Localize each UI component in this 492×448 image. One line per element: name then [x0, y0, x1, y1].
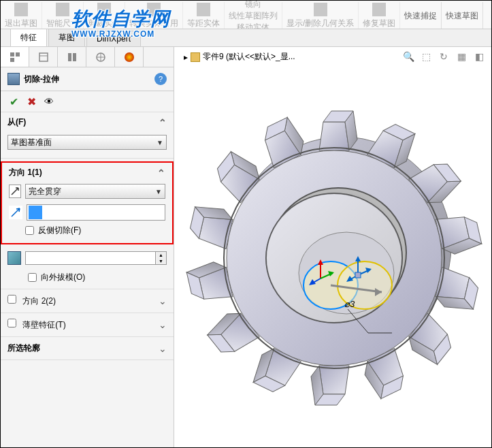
rotate-icon[interactable]: ↻	[437, 50, 450, 63]
ribbon-trim[interactable]: 剪裁实体	[84, 2, 125, 29]
cancel-button[interactable]: ✖	[25, 95, 37, 108]
draft-angle-input[interactable]: ▲▼	[25, 251, 167, 265]
expand-icon[interactable]: ▸	[184, 52, 188, 62]
chevron-up-icon: ⌃	[157, 167, 165, 178]
spin-down[interactable]: ▼	[156, 258, 166, 264]
svg-rect-6	[73, 53, 76, 61]
svg-marker-33	[365, 268, 372, 273]
reverse-direction-button[interactable]	[9, 185, 21, 198]
draft-outward-label: 向外拔模(O)	[41, 272, 85, 283]
preview-button[interactable]: 👁	[43, 95, 55, 108]
tab-feature[interactable]: 特征	[10, 29, 47, 46]
view-icon[interactable]: ▦	[455, 50, 468, 63]
command-tabs: 特征 草图 DimXpert	[1, 29, 491, 47]
panel-tab-appearance[interactable]	[115, 47, 144, 67]
panel-tab-feature-tree[interactable]	[1, 47, 29, 67]
from-header[interactable]: 从(F) ⌃	[1, 112, 174, 132]
contours-section[interactable]: 所选轮廓 ⌄	[1, 337, 174, 360]
svg-marker-27	[328, 271, 334, 276]
help-button[interactable]: ?	[154, 73, 167, 85]
ribbon-offset[interactable]: 等距实体	[183, 2, 225, 29]
confirm-row: ✔ ✖ 👁	[1, 91, 174, 112]
zoom-area-icon[interactable]: ⬚	[419, 50, 433, 63]
svg-rect-5	[68, 53, 71, 61]
display-icon[interactable]: ◧	[472, 50, 486, 63]
svg-rect-3	[39, 53, 48, 61]
ribbon-relations[interactable]: 显示/删除几何关系	[282, 2, 359, 29]
feature-title: 切除-拉伸	[24, 74, 154, 85]
panel-tab-dim[interactable]	[86, 47, 115, 67]
svg-rect-0	[10, 52, 14, 57]
selection-highlight	[29, 206, 42, 219]
ribbon: 退出草图 智能尺寸 剪裁实体 转换实体引用 等距实体 镜向线性草图阵列移动实体 …	[1, 1, 491, 29]
ribbon-mirror[interactable]: 镜向线性草图阵列移动实体	[225, 2, 282, 29]
draft-row: ▲▼	[1, 247, 174, 269]
ribbon-rapid-sketch[interactable]: 快速草图	[442, 2, 483, 29]
dimension-label[interactable]: ⌀3	[344, 299, 355, 309]
tab-dimxpert[interactable]: DimXpert	[86, 31, 141, 46]
chevron-up-icon: ⌃	[159, 117, 167, 128]
svg-marker-25	[318, 259, 323, 265]
svg-rect-1	[16, 52, 20, 57]
chevron-down-icon: ▼	[157, 139, 163, 146]
chevron-down-icon: ▼	[155, 188, 162, 195]
ribbon-repair[interactable]: 修复草图	[359, 2, 400, 29]
tab-sketch[interactable]: 草图	[48, 29, 85, 46]
svg-marker-31	[355, 256, 361, 261]
chevron-down-icon: ⌄	[159, 295, 167, 306]
dir2-checkbox[interactable]	[7, 295, 16, 304]
thin-section[interactable]: 薄壁特征(T) ⌄	[1, 313, 174, 337]
draft-outward-checkbox[interactable]	[28, 273, 37, 282]
flip-side-checkbox[interactable]	[25, 226, 34, 235]
panel-tabs	[1, 47, 174, 67]
dir2-section[interactable]: 方向 2(2) ⌄	[1, 289, 174, 313]
panel-tab-config[interactable]	[58, 47, 86, 67]
graphics-viewport[interactable]: ▸ 零件9 (默认<<默认>_显... 🔍 ⬚ ↻ ▦ ◧	[174, 47, 491, 447]
from-section: 从(F) ⌃ 草图基准面 ▼	[1, 112, 174, 159]
panel-tab-property[interactable]	[29, 47, 58, 67]
end-condition-dropdown[interactable]: 完全贯穿 ▼	[25, 184, 165, 199]
svg-point-10	[125, 52, 134, 62]
direction-selection-box[interactable]	[27, 204, 165, 221]
ok-button[interactable]: ✔	[7, 95, 20, 108]
spin-up[interactable]: ▲	[156, 252, 166, 258]
view-toolbar: 🔍 ⬚ ↻ ▦ ◧	[401, 50, 486, 63]
svg-rect-36	[355, 272, 361, 278]
direction1-highlight: 方向 1(1) ⌃ 完全贯穿 ▼	[1, 161, 174, 244]
chevron-down-icon: ⌄	[159, 343, 167, 354]
part-icon	[191, 52, 200, 62]
feature-header: 切除-拉伸 ?	[1, 67, 174, 91]
move-triad[interactable]	[344, 255, 372, 282]
gear-model	[181, 74, 487, 421]
ribbon-smart-dim[interactable]: 智能尺寸	[42, 2, 84, 29]
from-dropdown[interactable]: 草图基准面 ▼	[7, 135, 167, 150]
ribbon-exit-sketch[interactable]: 退出草图	[1, 2, 42, 29]
dir1-header[interactable]: 方向 1(1) ⌃	[2, 165, 172, 182]
thin-checkbox[interactable]	[7, 319, 16, 327]
property-manager: 切除-拉伸 ? ✔ ✖ 👁 从(F) ⌃ 草图基准面 ▼ 方向 1(1	[1, 47, 174, 447]
chevron-down-icon: ⌄	[159, 319, 167, 330]
flip-side-label: 反侧切除(F)	[38, 225, 81, 236]
draft-icon[interactable]	[7, 251, 21, 265]
svg-rect-2	[10, 58, 14, 62]
ribbon-convert[interactable]: 转换实体引用	[125, 2, 183, 29]
cut-extrude-icon	[7, 73, 20, 85]
direction-vector-icon[interactable]	[9, 206, 22, 219]
origin-triad	[307, 258, 334, 285]
breadcrumb[interactable]: ▸ 零件9 (默认<<默认>_显...	[184, 51, 295, 63]
zoom-fit-icon[interactable]: 🔍	[401, 50, 415, 63]
ribbon-quick-snap[interactable]: 快速捕捉	[400, 2, 442, 29]
